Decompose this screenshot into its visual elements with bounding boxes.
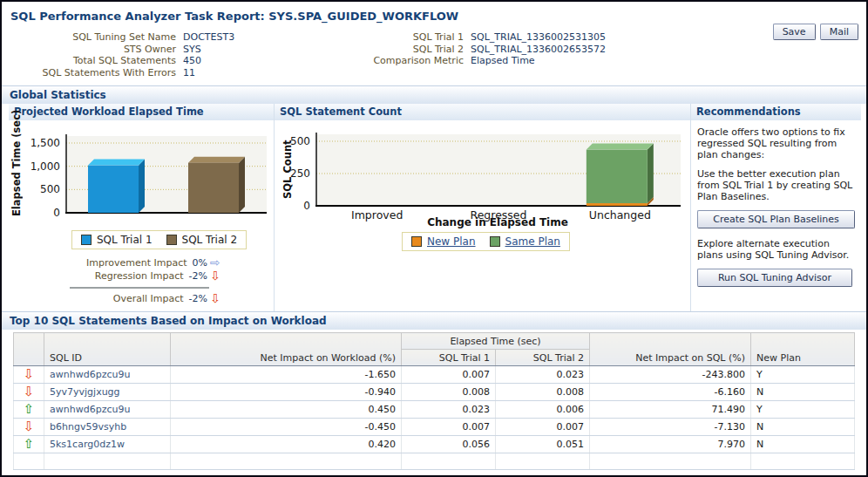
regression-arrow-icon: ⇩ xyxy=(24,419,35,434)
impact-divider xyxy=(70,287,209,289)
empty-cell xyxy=(44,453,171,470)
comparison-metric-label: Comparison Metric xyxy=(368,55,464,67)
sql-id-cell: b6hngv59vsyhb xyxy=(44,419,171,436)
trial2-elapsed-cell: 0.023 xyxy=(496,366,590,384)
y-tick-label: 1,000 xyxy=(31,160,60,173)
improvement-impact-value: 0% xyxy=(193,256,207,269)
empty-cell xyxy=(751,453,855,470)
sts-owner-label: STS Owner xyxy=(2,44,176,56)
sts-owner-value: SYS xyxy=(176,44,201,56)
trial2-elapsed-cell: 0.008 xyxy=(496,384,590,401)
bar-unchanged xyxy=(587,150,648,203)
recommendations-panel: Recommendations Oracle offers two option… xyxy=(691,104,861,311)
sql-id-link[interactable]: 5ks1carg0dz1w xyxy=(50,439,125,450)
recommendations-body: Oracle offers two options to fix regress… xyxy=(691,120,861,287)
improvement-impact-label: Improvement Impact xyxy=(86,256,187,269)
table-row: ⇩awnhwd6pzcu9u-1.6500.0070.023-243.800Y xyxy=(14,366,855,384)
sql-id-link[interactable]: b6hngv59vsyhb xyxy=(50,421,126,433)
plan-baselines-text: Use the better execution plan from SQL T… xyxy=(697,168,855,202)
sql-statements-with-errors-value: 11 xyxy=(176,67,195,79)
projected-workload-elapsed-time-chart: 05001,0001,500 xyxy=(21,133,272,220)
create-sql-plan-baselines-button[interactable]: Create SQL Plan Baselines xyxy=(697,210,855,228)
y-tick-label: 0 xyxy=(303,200,310,212)
run-sql-tuning-advisor-button[interactable]: Run SQL Tuning Advisor xyxy=(697,269,852,287)
legend-item-new-plan: New Plan xyxy=(411,235,476,248)
change-in-elapsed-time-x-axis-label: Change in Elapsed Time xyxy=(315,216,681,228)
tuning-advisor-text: Explore alternate execution plans using … xyxy=(697,238,855,261)
empty-cell xyxy=(171,453,402,470)
sql-id-link[interactable]: awnhwd6pzcu9u xyxy=(50,369,130,380)
sql-trial-2-label: SQL Trial 2 xyxy=(368,44,464,56)
sql-trial-2-swatch-icon xyxy=(166,235,177,245)
sql-id-cell: awnhwd6pzcu9u xyxy=(44,401,171,419)
elapsed-time-chart-title: Projected Workload Elapsed Time xyxy=(9,104,274,120)
table-row-partial xyxy=(14,453,855,470)
legend-item-sql-trial-1: SQL Trial 1 xyxy=(81,234,153,246)
net-impact-workload-cell: -1.650 xyxy=(171,366,402,384)
global-statistics-section-header: Global Statistics xyxy=(2,85,866,104)
elapsed-time-chart-panel: Projected Workload Elapsed Time Elapsed … xyxy=(9,104,275,311)
legend-item-sql-trial-2: SQL Trial 2 xyxy=(166,234,238,246)
sql-trial-2-value: SQL_TRIAL_1336002653572 xyxy=(464,44,606,56)
bar-sql-trial-2 xyxy=(188,163,239,213)
net-impact-workload-cell: 0.420 xyxy=(171,436,402,453)
table-row: ⇩b6hngv59vsyhb-0.4500.0070.007-7.130N xyxy=(14,419,855,436)
sql-statement-count-title: SQL Statement Count xyxy=(275,104,690,120)
sql-trial-1-value: SQL_TRIAL_1336002531305 xyxy=(464,31,606,44)
comparison-metric-value: Elapsed Time xyxy=(464,55,535,67)
sql-tuning-set-name-label: SQL Tuning Set Name xyxy=(2,31,176,44)
same-plan-link[interactable]: Same Plan xyxy=(505,235,560,248)
sql-id-cell: awnhwd6pzcu9u xyxy=(44,366,171,384)
trial1-elapsed-cell: 0.056 xyxy=(402,436,496,453)
impact-direction-cell: ⇩ xyxy=(14,419,44,436)
total-sql-statements-value: 450 xyxy=(176,55,201,67)
new-plan-cell: N xyxy=(751,384,855,401)
sql-id-cell: 5yv7yvjgjxugg xyxy=(44,384,171,401)
spa-task-report-window: SQL Performance Analyzer Task Report: SY… xyxy=(0,0,868,477)
sql-trial-1-label: SQL Trial 1 xyxy=(368,31,464,44)
recommendations-title: Recommendations xyxy=(691,104,861,120)
net-impact-sql-cell: -7.130 xyxy=(590,419,751,436)
y-tick-label: 250 xyxy=(290,167,310,180)
new-plan-cell: N xyxy=(751,419,855,436)
sql-tuning-set-name-value: DOCTEST3 xyxy=(176,31,234,44)
legend-item-same-plan: Same Plan xyxy=(490,235,560,248)
sql-id-link[interactable]: 5yv7yvjgjxugg xyxy=(50,386,120,398)
elapsed-time-group-header: Elapsed Time (sec) xyxy=(402,333,590,350)
y-tick-label: 0 xyxy=(53,207,60,219)
plan-legend: New Plan Same Plan xyxy=(402,232,570,251)
mail-button[interactable]: Mail xyxy=(820,24,858,40)
bar-unchanged xyxy=(587,203,648,206)
impact-direction-cell: ⇩ xyxy=(14,384,44,401)
new-plan-link[interactable]: New Plan xyxy=(427,235,476,248)
impact-summary: Improvement Impact0%⇨ Regression Impact-… xyxy=(40,256,223,305)
bar-side-face xyxy=(239,157,245,213)
bar-top-face xyxy=(587,144,654,150)
bar-sql-trial-1 xyxy=(88,166,139,213)
net-impact-sql-cell: -243.800 xyxy=(590,366,751,384)
trial2-elapsed-cell: 0.051 xyxy=(496,436,590,453)
regression-arrow-icon: ⇩ xyxy=(24,384,35,399)
net-impact-workload-cell: 0.450 xyxy=(171,401,402,419)
trial1-elapsed-cell: 0.008 xyxy=(402,384,496,401)
top10-sql-statements-table: SQL ID Net Impact on Workload (%) Elapse… xyxy=(13,332,855,470)
improvement-arrow-icon: ⇧ xyxy=(24,401,35,417)
save-button[interactable]: Save xyxy=(773,24,816,40)
new-plan-cell: N xyxy=(751,436,855,453)
trial2-elapsed-cell: 0.007 xyxy=(496,419,590,436)
impact-direction-cell: ⇩ xyxy=(14,366,44,384)
bar-top-face xyxy=(188,157,245,163)
trial2-elapsed-cell: 0.006 xyxy=(496,401,590,419)
new-plan-cell: Y xyxy=(751,366,855,384)
net-impact-workload-column-header: Net Impact on Workload (%) xyxy=(171,333,402,366)
sql-id-link[interactable]: awnhwd6pzcu9u xyxy=(50,404,130,415)
bar-side-face xyxy=(648,144,654,203)
overall-impact-value: -2% xyxy=(189,292,207,305)
net-impact-workload-cell: -0.940 xyxy=(171,384,402,401)
trial-legend: SQL Trial 1 SQL Trial 2 xyxy=(71,230,247,249)
empty-cell xyxy=(14,453,44,470)
regression-arrow-icon: ⇩ xyxy=(24,366,35,382)
down-arrow-icon: ⇩ xyxy=(210,292,223,305)
table-row: ⇧5ks1carg0dz1w0.4200.0560.0517.970N xyxy=(14,436,855,453)
right-arrow-icon: ⇨ xyxy=(210,256,223,269)
